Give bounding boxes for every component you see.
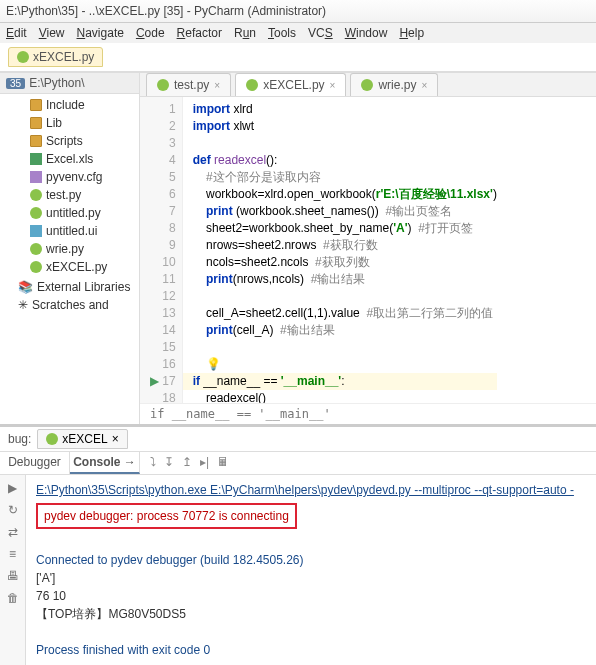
console-line bbox=[36, 623, 586, 641]
breadcrumb-file[interactable]: xEXCEL.py bbox=[8, 47, 103, 67]
code-area[interactable]: import xlrd import xlwt def readexcel():… bbox=[183, 97, 497, 403]
rerun-icon[interactable]: ▶ bbox=[8, 481, 17, 495]
console-tab[interactable]: Console → bbox=[70, 452, 140, 474]
tree-item[interactable]: Include bbox=[0, 96, 139, 114]
console-line: Connected to pydev debugger (build 182.4… bbox=[36, 551, 586, 569]
editor-pane: test.py×xEXCEL.py×wrie.py× 1234567891011… bbox=[140, 73, 596, 424]
menu-help[interactable]: Help bbox=[399, 26, 424, 40]
tree-item-label: Excel.xls bbox=[46, 152, 93, 166]
menu-code[interactable]: Code bbox=[136, 26, 165, 40]
cfg-icon bbox=[30, 171, 42, 183]
tree-item[interactable]: wrie.py bbox=[0, 240, 139, 258]
tree-item[interactable]: test.py bbox=[0, 186, 139, 204]
trash-icon[interactable]: 🗑 bbox=[7, 591, 19, 605]
menu-vcs[interactable]: VCS bbox=[308, 26, 333, 40]
console-line: ['A'] bbox=[36, 569, 586, 587]
tree-item[interactable]: xEXCEL.py bbox=[0, 258, 139, 276]
menu-window[interactable]: Window bbox=[345, 26, 388, 40]
evaluate-icon[interactable]: 🖩 bbox=[217, 455, 229, 471]
debugger-tab[interactable]: Debugger bbox=[0, 452, 70, 474]
stop-icon[interactable]: ↻ bbox=[8, 503, 18, 517]
step-over-icon[interactable]: ⤵ bbox=[150, 455, 156, 471]
editor-gutter: 12345678910111213141516▶ 1718 bbox=[140, 97, 183, 403]
menu-refactor[interactable]: Refactor bbox=[177, 26, 222, 40]
py-icon bbox=[30, 243, 42, 255]
print-icon[interactable]: 🖶 bbox=[7, 569, 19, 583]
tree-item-label: wrie.py bbox=[46, 242, 84, 256]
python-file-icon bbox=[17, 51, 29, 63]
project-sidebar: 35 E:\Python\ IncludeLibScriptsExcel.xls… bbox=[0, 73, 140, 424]
tree-item-label: xEXCEL.py bbox=[46, 260, 107, 274]
py-icon bbox=[30, 261, 42, 273]
menu-navigate[interactable]: Navigate bbox=[77, 26, 124, 40]
tree-item[interactable]: untitled.py bbox=[0, 204, 139, 222]
close-icon[interactable]: × bbox=[421, 80, 427, 91]
tree-item-label: Scripts bbox=[46, 134, 83, 148]
tree-item-label: test.py bbox=[46, 188, 81, 202]
close-icon[interactable]: × bbox=[214, 80, 220, 91]
python-file-icon bbox=[157, 79, 169, 91]
filter-icon[interactable]: ≡ bbox=[9, 547, 16, 561]
tree-item-label: Include bbox=[46, 98, 85, 112]
console-side-toolbar: ▶ ↻ ⇄ ≡ 🖶 🗑 bbox=[0, 475, 26, 665]
console-line: 76 10 bbox=[36, 587, 586, 605]
scratches[interactable]: ✳ Scratches and bbox=[0, 296, 139, 314]
tree-item-label: pyvenv.cfg bbox=[46, 170, 102, 184]
tree-item-label: untitled.py bbox=[46, 206, 101, 220]
console-line bbox=[36, 533, 586, 551]
tree-item[interactable]: pyvenv.cfg bbox=[0, 168, 139, 186]
tree-item[interactable]: Excel.xls bbox=[0, 150, 139, 168]
console-output[interactable]: E:\Python\35\Scripts\python.exe E:\PyCha… bbox=[26, 475, 596, 665]
ui-icon bbox=[30, 225, 42, 237]
editor-tabs: test.py×xEXCEL.py×wrie.py× bbox=[140, 73, 596, 97]
console-toolbar: ⤵ ↧ ↥ ▸| 🖩 bbox=[140, 452, 596, 474]
breadcrumb-bar: xEXCEL.py bbox=[0, 43, 596, 72]
console-line: E:\Python\35\Scripts\python.exe E:\PyCha… bbox=[36, 481, 586, 499]
menu-view[interactable]: View bbox=[39, 26, 65, 40]
toggle-icon[interactable]: ⇄ bbox=[8, 525, 18, 539]
project-root-label: E:\Python\ bbox=[29, 76, 84, 90]
menu-run[interactable]: Run bbox=[234, 26, 256, 40]
console-line: 【TOP培养】MG80V50DS5 bbox=[36, 605, 586, 623]
xls-icon bbox=[30, 153, 42, 165]
folder-icon bbox=[30, 117, 42, 129]
editor-breadcrumb: if __name__ == '__main__' bbox=[140, 403, 596, 424]
editor-tab[interactable]: xEXCEL.py× bbox=[235, 73, 346, 96]
debug-run-tab-label: xEXCEL bbox=[62, 432, 107, 446]
project-tree: IncludeLibScriptsExcel.xlspyvenv.cfgtest… bbox=[0, 94, 139, 278]
scratches-icon: ✳ bbox=[18, 298, 28, 312]
step-into-icon[interactable]: ↧ bbox=[164, 455, 174, 471]
py-icon bbox=[30, 207, 42, 219]
run-to-cursor-icon[interactable]: ▸| bbox=[200, 455, 209, 471]
editor-tab-label: wrie.py bbox=[378, 78, 416, 92]
step-out-icon[interactable]: ↥ bbox=[182, 455, 192, 471]
close-icon[interactable]: × bbox=[112, 432, 119, 446]
folder-icon bbox=[30, 135, 42, 147]
debug-run-tab[interactable]: xEXCEL × bbox=[37, 429, 127, 449]
tree-item-label: untitled.ui bbox=[46, 224, 97, 238]
editor-tab[interactable]: test.py× bbox=[146, 73, 231, 96]
close-icon[interactable]: × bbox=[330, 80, 336, 91]
tree-item[interactable]: Lib bbox=[0, 114, 139, 132]
tree-item[interactable]: Scripts bbox=[0, 132, 139, 150]
code-editor[interactable]: 12345678910111213141516▶ 1718 import xlr… bbox=[140, 97, 596, 403]
debug-label: bug: bbox=[8, 432, 31, 446]
external-libraries-label: External Libraries bbox=[37, 280, 130, 294]
tree-item[interactable]: untitled.ui bbox=[0, 222, 139, 240]
window-titlebar: E:\Python\35] - ..\xEXCEL.py [35] - PyCh… bbox=[0, 0, 596, 23]
console-line: Process finished with exit code 0 bbox=[36, 641, 586, 659]
tree-item-label: Lib bbox=[46, 116, 62, 130]
python-file-icon bbox=[246, 79, 258, 91]
editor-tab-label: xEXCEL.py bbox=[263, 78, 324, 92]
console-line: pydev debugger: process 70772 is connect… bbox=[36, 503, 297, 529]
debug-panel: bug: xEXCEL × Debugger Console → ⤵ ↧ ↥ ▸… bbox=[0, 424, 596, 665]
editor-tab-label: test.py bbox=[174, 78, 209, 92]
editor-tab[interactable]: wrie.py× bbox=[350, 73, 438, 96]
python-file-icon bbox=[46, 433, 58, 445]
menu-edit[interactable]: Edit bbox=[6, 26, 27, 40]
external-libraries[interactable]: 📚 External Libraries bbox=[0, 278, 139, 296]
menu-tools[interactable]: Tools bbox=[268, 26, 296, 40]
project-root[interactable]: 35 E:\Python\ bbox=[0, 73, 139, 94]
library-icon: 📚 bbox=[18, 280, 33, 294]
main-menu: Edit View Navigate Code Refactor Run Too… bbox=[0, 23, 596, 43]
